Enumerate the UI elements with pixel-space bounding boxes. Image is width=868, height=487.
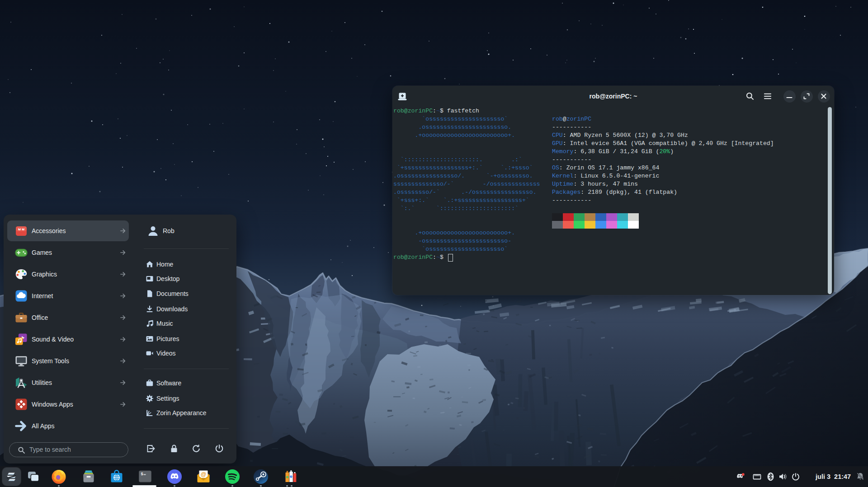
svg-text:$: $ (141, 472, 143, 477)
svg-text:@: @ (201, 471, 206, 478)
